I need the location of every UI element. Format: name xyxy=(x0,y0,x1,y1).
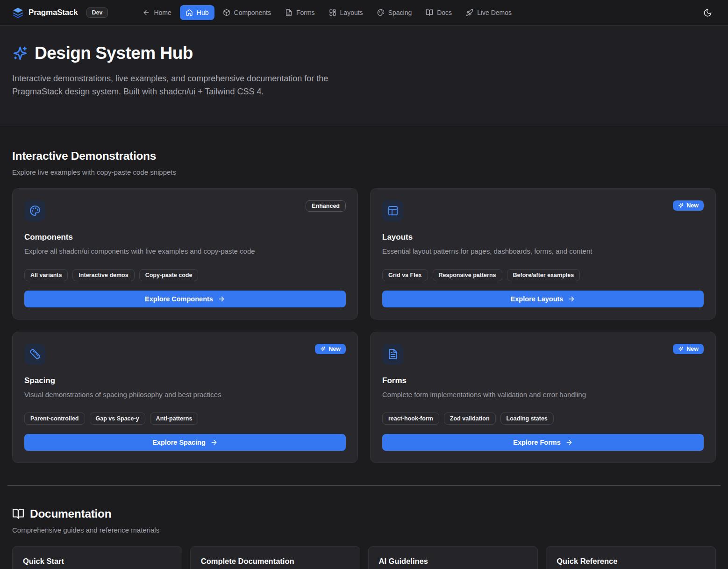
explore-components-button[interactable]: Explore Components xyxy=(24,291,346,307)
palette-icon xyxy=(24,200,45,221)
tag: Before/after examples xyxy=(507,269,580,281)
nav-item-label: Hub xyxy=(197,9,209,16)
card-header: New xyxy=(24,344,346,365)
sparkles-icon xyxy=(12,45,28,61)
new-badge: New xyxy=(673,200,704,211)
tag: Grid vs Flex xyxy=(382,269,428,281)
nav-item-docs[interactable]: Docs xyxy=(420,5,457,20)
explore-forms-button[interactable]: Explore Forms xyxy=(382,434,704,451)
demo-card-grid: Enhanced Components Explore all shadcn/u… xyxy=(12,188,716,463)
new-badge: New xyxy=(315,344,346,354)
env-badge: Dev xyxy=(86,7,108,18)
doc-card-complete-documentation[interactable]: Complete Documentation Full design syste… xyxy=(190,546,360,569)
moon-icon xyxy=(703,8,712,17)
ruler-icon xyxy=(24,344,45,365)
nav-item-hub[interactable]: Hub xyxy=(180,5,214,20)
explore-spacing-button[interactable]: Explore Spacing xyxy=(24,434,346,451)
nav-item-label: Forms xyxy=(296,9,315,16)
status-badge: Enhanced xyxy=(306,200,346,212)
docs-card-grid: Quick Start 5-minute crash course Comple… xyxy=(12,546,716,569)
hero-section: Design System Hub Interactive demonstrat… xyxy=(0,26,728,126)
demo-card-layouts: New Layouts Essential layout patterns fo… xyxy=(370,188,716,320)
tag: Gap vs Space-y xyxy=(90,413,145,425)
nav-item-layouts[interactable]: Layouts xyxy=(323,5,369,20)
demos-section-title: Interactive Demonstrations xyxy=(12,149,716,163)
sparkles-icon xyxy=(320,346,326,352)
badge-label: New xyxy=(328,346,341,352)
brand: PragmaStack Dev xyxy=(12,7,108,19)
nav-item-components[interactable]: Components xyxy=(217,5,277,20)
docs-section-subtitle: Comprehensive guides and reference mater… xyxy=(12,526,716,534)
palette-icon xyxy=(377,9,385,16)
file-text-icon xyxy=(285,9,293,16)
doc-card-title: Complete Documentation xyxy=(201,557,350,566)
tag: Loading states xyxy=(500,413,554,425)
home-icon xyxy=(186,9,193,16)
book-open-icon xyxy=(426,9,433,16)
arrow-right-icon xyxy=(210,439,218,446)
layers-logo-icon xyxy=(12,7,24,19)
tag: Anti-patterns xyxy=(150,413,199,425)
main-content: Interactive Demonstrations Explore live … xyxy=(0,126,728,569)
doc-card-title: AI Guidelines xyxy=(379,557,528,566)
theme-toggle-button[interactable] xyxy=(699,5,716,21)
nav-item-label: Live Demos xyxy=(477,9,512,16)
tag: react-hook-form xyxy=(382,413,439,425)
doc-card-title: Quick Reference xyxy=(557,557,705,566)
button-label: Explore Components xyxy=(145,295,213,303)
file-text-icon xyxy=(382,344,403,365)
tag: All variants xyxy=(24,269,68,281)
tag: Responsive patterns xyxy=(433,269,502,281)
docs-section-title: Documentation xyxy=(12,507,716,520)
card-title: Spacing xyxy=(24,376,346,385)
top-navigation: PragmaStack Dev Home Hub Components Fo xyxy=(0,0,728,26)
layout-dashboard-icon xyxy=(329,9,336,16)
card-title: Layouts xyxy=(382,233,704,242)
card-title: Components xyxy=(24,233,346,242)
badge-label: New xyxy=(686,346,699,352)
tag-row: Grid vs Flex Responsive patterns Before/… xyxy=(382,269,704,281)
nav-item-label: Layouts xyxy=(340,9,363,16)
nav-item-label: Docs xyxy=(437,9,452,16)
arrow-left-icon xyxy=(143,9,150,16)
brand-name: PragmaStack xyxy=(29,8,78,17)
tag: Parent-controlled xyxy=(24,413,85,425)
button-label: Explore Forms xyxy=(513,439,561,446)
demo-card-forms: New Forms Complete form implementations … xyxy=(370,332,716,463)
card-header: Enhanced xyxy=(24,200,346,221)
nav-item-label: Home xyxy=(154,9,171,16)
explore-layouts-button[interactable]: Explore Layouts xyxy=(382,291,704,307)
card-description: Essential layout patterns for pages, das… xyxy=(382,246,704,256)
card-header: New xyxy=(382,344,704,365)
arrow-right-icon xyxy=(565,439,573,446)
button-label: Explore Spacing xyxy=(152,439,206,446)
arrow-right-icon xyxy=(568,295,575,303)
tag: Interactive demos xyxy=(72,269,134,281)
doc-card-quick-start[interactable]: Quick Start 5-minute crash course xyxy=(12,546,182,569)
nav-item-forms[interactable]: Forms xyxy=(279,5,321,20)
nav-item-live-demos[interactable]: Live Demos xyxy=(460,5,517,20)
arrow-right-icon xyxy=(218,295,225,303)
card-title: Forms xyxy=(382,376,704,385)
nav-item-spacing[interactable]: Spacing xyxy=(371,5,418,20)
card-description: Explore all shadcn/ui components with li… xyxy=(24,246,346,256)
button-label: Explore Layouts xyxy=(511,295,564,303)
card-description: Complete form implementations with valid… xyxy=(382,390,704,399)
page-title: Design System Hub xyxy=(12,43,716,63)
sparkles-icon xyxy=(678,346,684,352)
page-title-text: Design System Hub xyxy=(35,43,193,63)
nav-menu: Home Hub Components Forms Layouts xyxy=(137,5,517,20)
tag-row: All variants Interactive demos Copy-past… xyxy=(24,269,346,281)
docs-title-text: Documentation xyxy=(30,507,111,520)
page-subtitle: Interactive demonstrations, live example… xyxy=(12,72,362,99)
doc-card-ai-guidelines[interactable]: AI Guidelines Rules for AI code generati… xyxy=(368,546,538,569)
nav-item-label: Components xyxy=(234,9,271,16)
card-description: Visual demonstrations of spacing philoso… xyxy=(24,390,346,399)
nav-item-home[interactable]: Home xyxy=(137,5,177,20)
doc-card-title: Quick Start xyxy=(23,557,171,566)
panel-top-icon xyxy=(382,200,403,221)
doc-card-quick-reference[interactable]: Quick Reference Cheat sheet for lookups xyxy=(546,546,716,569)
demos-section-subtitle: Explore live examples with copy-paste co… xyxy=(12,168,716,176)
tag: Zod validation xyxy=(444,413,496,425)
card-header: New xyxy=(382,200,704,221)
